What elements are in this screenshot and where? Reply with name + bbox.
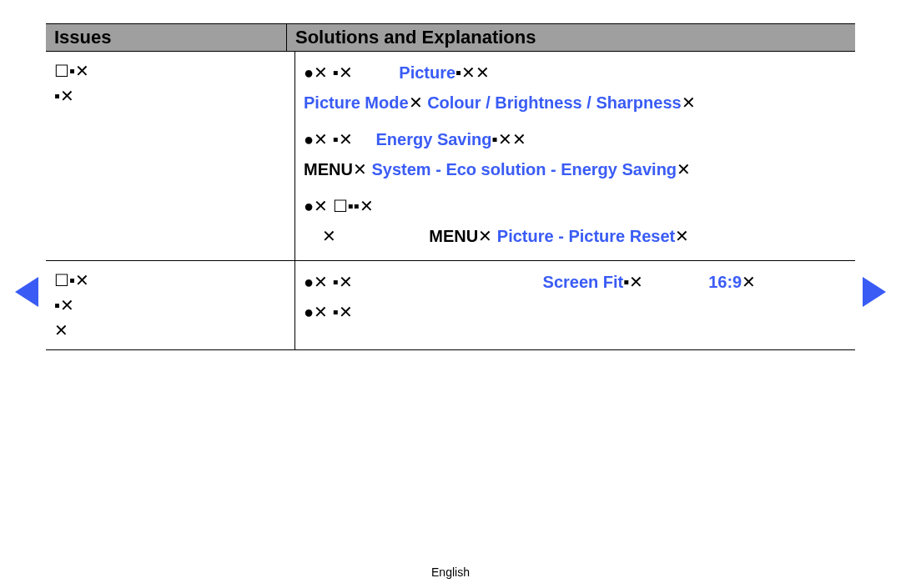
- issue-cell: ☐▪✕ ▪✕ ✕: [46, 261, 295, 349]
- issue-cell: ☐▪✕ ▪✕: [46, 52, 295, 260]
- aspect-169: 16:9: [708, 273, 742, 291]
- issue-text: ▪✕: [54, 83, 74, 108]
- issue-text: ☐▪✕: [54, 268, 89, 293]
- prev-page-arrow-icon[interactable]: [15, 277, 38, 307]
- picture-reset-link: Picture - Picture Reset: [497, 227, 675, 245]
- screen-fit-link: Screen Fit: [543, 273, 624, 291]
- solution-line: ●✕ ▪✕ Picture▪✕✕: [304, 60, 847, 85]
- table-row: ☐▪✕ ▪✕ ●✕ ▪✕ Picture▪✕✕ Picture Mode✕ Co…: [46, 52, 855, 261]
- header-solutions: Solutions and Explanations: [287, 24, 855, 51]
- solution-line: ✕ MENU✕ Picture - Picture Reset✕: [304, 224, 847, 249]
- cbs-link: Colour / Brightness / Sharpness: [427, 93, 682, 112]
- solution-cell: ●✕ ▪✕ Picture▪✕✕ Picture Mode✕ Colour / …: [295, 52, 855, 260]
- table-header: Issues Solutions and Explanations: [46, 23, 855, 52]
- solution-line: MENU✕ System - Eco solution - Energy Sav…: [304, 157, 847, 182]
- eco-path-link: System - Eco solution - Energy Saving: [371, 160, 677, 178]
- solution-line: ●✕ ▪✕ Screen Fit▪✕ 16:9✕: [304, 269, 847, 294]
- solution-line: ●✕ ▪✕: [304, 299, 847, 324]
- issue-text: ✕: [54, 318, 68, 343]
- picture-link: Picture: [399, 63, 456, 82]
- solution-line: ●✕ ☐▪▪✕: [304, 193, 847, 219]
- issue-text: ☐▪✕: [54, 58, 89, 83]
- energy-saving-link: Energy Saving: [376, 130, 492, 148]
- next-page-arrow-icon[interactable]: [863, 277, 886, 307]
- troubleshoot-table: Issues Solutions and Explanations ☐▪✕ ▪✕…: [46, 23, 855, 350]
- picture-mode-link: Picture Mode: [304, 93, 409, 112]
- footer-language: English: [0, 565, 901, 579]
- solution-cell: ●✕ ▪✕ Screen Fit▪✕ 16:9✕ ●✕ ▪✕: [295, 261, 855, 349]
- solution-line: Picture Mode✕ Colour / Brightness / Shar…: [304, 90, 847, 115]
- table-row: ☐▪✕ ▪✕ ✕ ●✕ ▪✕ Screen Fit▪✕ 16:9✕ ●✕ ▪✕: [46, 261, 855, 350]
- issue-text: ▪✕: [54, 293, 74, 318]
- solution-line: ●✕ ▪✕ Energy Saving▪✕✕: [304, 127, 847, 152]
- header-issues: Issues: [46, 24, 287, 51]
- menu-label: MENU: [429, 227, 478, 245]
- menu-label: MENU: [304, 160, 353, 178]
